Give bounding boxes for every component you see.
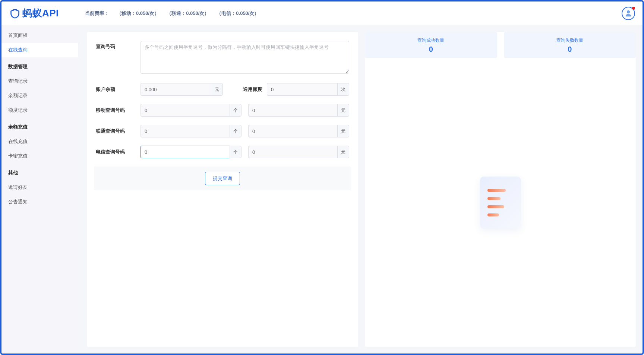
count-unit: 个	[230, 146, 242, 158]
rate-unicom: （联通：0.050/次）	[167, 10, 209, 17]
sidebar-item-label: 余额记录	[8, 93, 28, 98]
rate-mobile: （移动：0.050/次）	[117, 10, 159, 17]
sidebar-item-label: 在线查询	[8, 47, 28, 53]
stat-success-value: 0	[365, 45, 497, 54]
empty-illustration	[365, 58, 636, 347]
query-form-panel: 查询号码 账户余额 元	[87, 32, 358, 347]
stat-fail-title: 查询失败数量	[504, 37, 636, 44]
mobile-count-input	[141, 104, 230, 117]
stat-fail-card: 查询失败数量 0	[504, 32, 636, 58]
unicom-count-input	[141, 125, 230, 137]
stat-success-card: 查询成功数量 0	[365, 32, 497, 58]
sidebar-group-label: 余额充值	[8, 124, 28, 130]
sidebar-item-online-recharge[interactable]: 在线充值	[1, 134, 78, 149]
sidebar-group-data: 数据管理	[1, 60, 78, 74]
unicom-count-label: 联通查询号码	[96, 128, 141, 134]
sidebar-item-label: 邀请好友	[8, 185, 28, 190]
sidebar: 首页面板 在线查询 数据管理 查询记录 余额记录 额度记录 余额充值 在线充值 …	[1, 25, 78, 354]
submit-row: 提交查询	[94, 167, 351, 190]
sidebar-item-label: 查询记录	[8, 79, 28, 84]
sidebar-item-dashboard[interactable]: 首页面板	[1, 28, 78, 43]
cost-unit: 元	[337, 104, 349, 117]
rate-label: 当前费率：	[85, 10, 109, 17]
balance-input	[141, 83, 211, 96]
quota-unit: 次	[337, 83, 349, 96]
count-unit: 个	[230, 104, 242, 117]
rate-telecom: （电信：0.050/次）	[217, 10, 259, 17]
cost-unit: 元	[337, 146, 349, 158]
unicom-cost-input	[248, 125, 337, 137]
stats-panel: 查询成功数量 0 查询失败数量 0	[365, 32, 636, 347]
sidebar-item-label: 公告通知	[8, 199, 28, 205]
query-numbers-input[interactable]	[141, 41, 349, 74]
balance-unit: 元	[211, 83, 223, 96]
query-numbers-label: 查询号码	[96, 41, 141, 50]
rate-bar: 当前费率： （移动：0.050/次） （联通：0.050/次） （电信：0.05…	[78, 10, 259, 17]
balance-label: 账户余额	[96, 86, 141, 93]
count-unit: 个	[230, 125, 242, 137]
sidebar-item-query-records[interactable]: 查询记录	[1, 74, 78, 89]
user-icon	[624, 9, 632, 18]
brand-name: 蚂蚁API	[22, 7, 59, 20]
sidebar-item-quota-records[interactable]: 额度记录	[1, 103, 78, 118]
mobile-cost-input	[248, 104, 337, 117]
sidebar-item-label: 卡密充值	[8, 153, 28, 159]
sidebar-group-label: 其他	[8, 170, 18, 175]
sidebar-item-card-recharge[interactable]: 卡密充值	[1, 149, 78, 164]
telecom-count-label: 电信查询号码	[96, 149, 141, 155]
cost-unit: 元	[337, 125, 349, 137]
sidebar-group-other: 其他	[1, 166, 78, 180]
sidebar-item-invite[interactable]: 邀请好友	[1, 180, 78, 195]
logo-icon	[10, 8, 20, 19]
mobile-count-label: 移动查询号码	[96, 107, 141, 114]
sidebar-item-announcement[interactable]: 公告通知	[1, 195, 78, 209]
sidebar-group-recharge: 余额充值	[1, 120, 78, 134]
logo[interactable]: 蚂蚁API	[1, 1, 78, 25]
sidebar-item-online-query[interactable]: 在线查询	[1, 43, 78, 57]
user-avatar[interactable]	[622, 7, 635, 20]
stat-fail-value: 0	[504, 45, 636, 54]
header: 蚂蚁API 当前费率： （移动：0.050/次） （联通：0.050/次） （电…	[1, 1, 643, 25]
sidebar-item-label: 首页面板	[8, 33, 28, 38]
empty-list-icon	[480, 177, 521, 229]
telecom-count-input	[141, 146, 230, 158]
sidebar-group-label: 数据管理	[8, 64, 28, 69]
quota-label: 通用额度	[230, 86, 267, 93]
telecom-cost-input	[248, 146, 337, 158]
sidebar-item-balance-records[interactable]: 余额记录	[1, 89, 78, 103]
sidebar-item-label: 额度记录	[8, 108, 28, 113]
stat-success-title: 查询成功数量	[365, 37, 497, 44]
notification-dot	[632, 7, 635, 10]
quota-input	[267, 83, 337, 96]
submit-query-button[interactable]: 提交查询	[205, 172, 240, 185]
sidebar-item-label: 在线充值	[8, 139, 28, 144]
